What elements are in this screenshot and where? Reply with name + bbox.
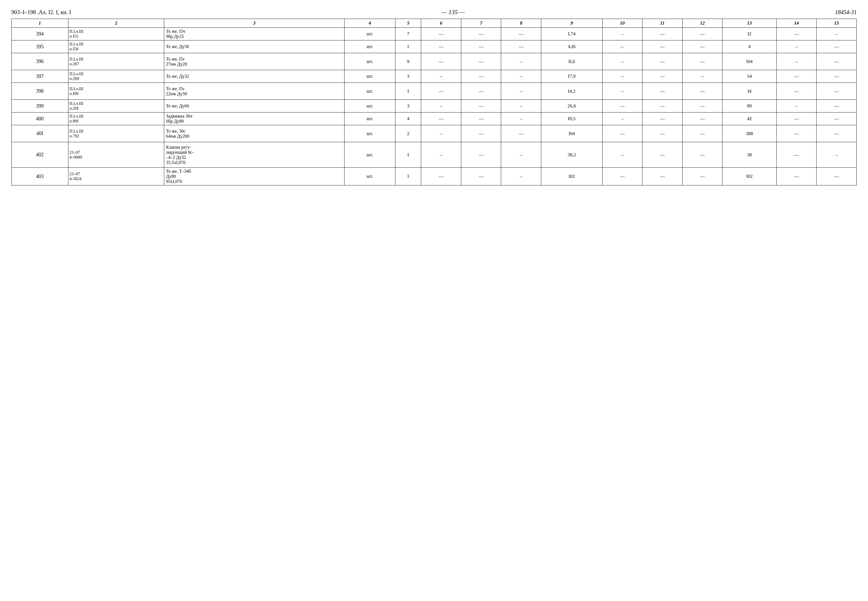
row-desc: То же, T–34б Ду80 95хI,076 (164, 168, 344, 185)
table-row: 394П.I,ч.III п.I55То же, I5ч 9бр Ду25шт.… (12, 28, 857, 40)
row-col-15: — (816, 168, 857, 185)
row-col-11: — (643, 142, 682, 168)
row-col-6: – (421, 125, 461, 142)
row-col-10: – (602, 83, 643, 100)
row-col-11: — (643, 53, 682, 70)
col-header-9: 9 (541, 19, 602, 28)
row-col-14: – (777, 53, 816, 70)
row-desc: То же, Ду32 (164, 70, 344, 83)
row-col-15: – (816, 142, 857, 168)
page-header: 903–I–198 .Ал. I2. I, кн. I — 135 — 1845… (11, 9, 857, 16)
row-col-15: – (816, 28, 857, 40)
row-col-11: — (643, 70, 682, 83)
row-desc: То же, I5с 27нж Ду20 (164, 53, 344, 70)
row-col-14: — (777, 83, 816, 100)
row-col-12: — (682, 53, 722, 70)
row-col-15: — (816, 70, 857, 83)
row-col-12: — (682, 40, 722, 53)
row-col-14: — (777, 125, 816, 142)
row-ref: 23–07 4–0I24 (68, 168, 164, 185)
row-col-15: — (816, 100, 857, 113)
row-col-8: — (501, 40, 541, 53)
row-col-4: шт. (344, 125, 396, 142)
row-col-6: — (421, 28, 461, 40)
row-col-11: — (643, 168, 682, 185)
row-ref: П.I,ч.III п.I99 (68, 83, 164, 100)
doc-ref: 903–I–198 .Ал. I2. I, кн. I (11, 9, 71, 15)
row-col-9: 4,I6 (541, 40, 602, 53)
row-col-6: — (421, 168, 461, 185)
col-header-4: 4 (344, 19, 396, 28)
doc-number: 18454-31 (835, 9, 857, 15)
row-col-4: шт. (344, 70, 396, 83)
row-col-11: — (643, 125, 682, 142)
row-col-8: – (501, 113, 541, 125)
row-ref: П.I,ч.III п.I58 (68, 40, 164, 53)
row-col-6: — (421, 83, 461, 100)
col-header-15: 15 (816, 19, 857, 28)
col-header-13: 13 (722, 19, 777, 28)
table-row: 397П.I,ч.III п.209То же, Ду32шт.3–—–I7,9… (12, 70, 857, 83)
row-col-10: — (602, 125, 643, 142)
row-col-10: — (602, 168, 643, 185)
row-col-11: — (643, 113, 682, 125)
row-col-4: шт. (344, 40, 396, 53)
table-row: 399П.I,ч.III п.20IТо же, Ду60шт.3–—–26,6… (12, 100, 857, 113)
col-header-8: 8 (501, 19, 541, 28)
row-col-9: I94 (541, 125, 602, 142)
row-ref: 23–07 4–0089 (68, 142, 164, 168)
col-header-3: 3 (164, 19, 344, 28)
row-col-13: 38 (722, 142, 777, 168)
row-col-11: — (643, 28, 682, 40)
row-col-12: – (682, 70, 722, 83)
row-col-8: – (501, 83, 541, 100)
row-col-6: — (421, 40, 461, 53)
row-col-6: – (421, 70, 461, 83)
row-col-4: шт. (344, 168, 396, 185)
row-col-14: — (777, 70, 816, 83)
row-col-14: — (777, 142, 816, 168)
table-row: 40IП.I,ч.III п.792То же, 30с 64нж Ду200ш… (12, 125, 857, 142)
row-col-5: 2 (395, 125, 421, 142)
row-col-15: — (816, 40, 857, 53)
row-col-6: – (421, 100, 461, 113)
row-col-7: — (461, 70, 501, 83)
row-number: 399 (12, 100, 69, 113)
row-col-7: — (461, 28, 501, 40)
row-number: 402 (12, 142, 69, 168)
row-desc: То же, I5с 22нж Ду50 (164, 83, 344, 100)
row-col-10: – (602, 53, 643, 70)
row-ref: П.I,ч.III п.80I (68, 113, 164, 125)
row-col-5: I (395, 40, 421, 53)
row-desc: То же, Ду60 (164, 100, 344, 113)
row-col-13: 388 (722, 125, 777, 142)
row-col-6: — (421, 113, 461, 125)
row-col-10: – (602, 70, 643, 83)
row-col-15: — (816, 125, 857, 142)
row-col-11: — (643, 40, 682, 53)
col-header-5: 5 (395, 19, 421, 28)
page-number: — 135 — (441, 9, 464, 16)
row-col-7: — (461, 40, 501, 53)
row-col-15: — (816, 113, 857, 125)
row-col-9: I4,2 (541, 83, 602, 100)
row-col-9: 26,6 (541, 100, 602, 113)
row-number: 394 (12, 28, 69, 40)
row-col-4: шт. (344, 113, 396, 125)
row-number: 400 (12, 113, 69, 125)
col-header-2: 2 (68, 19, 164, 28)
col-header-6: 6 (421, 19, 461, 28)
row-col-8: – (501, 142, 541, 168)
row-col-10: –. (602, 40, 643, 53)
row-col-7: — (461, 125, 501, 142)
row-col-10: – (602, 28, 643, 40)
row-col-4: шт. (344, 28, 396, 40)
row-col-8: – (501, 100, 541, 113)
table-row: 40223–07 4–0089Клапан регу- лирующий 9с-… (12, 142, 857, 168)
row-col-5: I (395, 168, 421, 185)
row-col-6: – (421, 142, 461, 168)
row-number: 396 (12, 53, 69, 70)
row-col-7: — (461, 168, 501, 185)
row-number: 398 (12, 83, 69, 100)
row-col-5: 3 (395, 100, 421, 113)
